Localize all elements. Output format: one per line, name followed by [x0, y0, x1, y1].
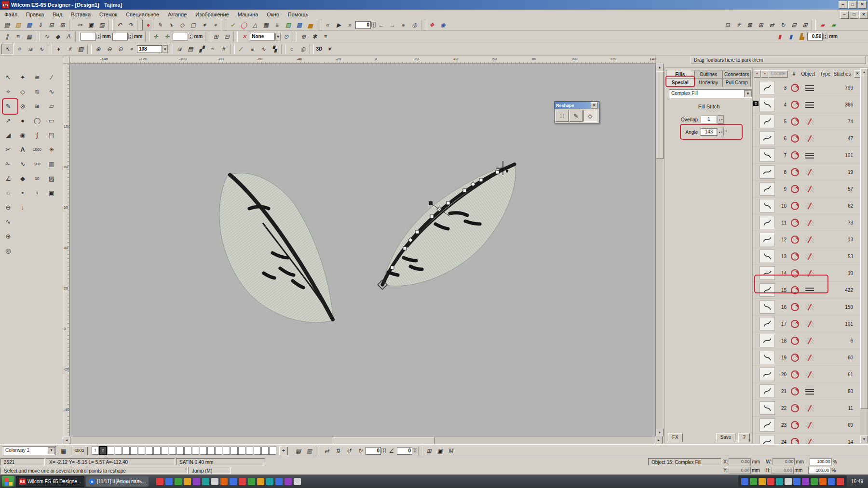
- object-row[interactable]: 18 6: [753, 332, 862, 349]
- length-field[interactable]: [81, 32, 101, 41]
- wave2-tool[interactable]: ∿: [1, 215, 15, 228]
- scale-x-field[interactable]: 100.00: [810, 458, 832, 465]
- reshape-node-button[interactable]: ✎: [570, 110, 583, 122]
- zigzag3-tool[interactable]: ≋: [30, 99, 44, 113]
- scroll-down-icon[interactable]: ▼: [860, 435, 868, 443]
- pointer-tool-icon[interactable]: ↖: [1, 44, 14, 54]
- rotate-cw-icon[interactable]: ↻: [354, 446, 366, 456]
- quick-app-5[interactable]: [193, 478, 200, 485]
- menu-item[interactable]: Помощь: [284, 11, 313, 18]
- color-chip[interactable]: [223, 447, 230, 455]
- reshape-close-icon[interactable]: ✕: [591, 102, 597, 108]
- tab-pullcomp[interactable]: Pull Comp: [722, 78, 751, 87]
- color-chip[interactable]: 2: [99, 447, 107, 455]
- target-tool[interactable]: ◎: [1, 244, 15, 257]
- horizontal-scroll-thumb[interactable]: [333, 437, 435, 445]
- zoom-out-icon[interactable]: ⊖: [104, 44, 115, 54]
- object-row[interactable]: 17 101: [753, 316, 862, 332]
- tab-connectors[interactable]: Connectors: [722, 70, 751, 79]
- arrow-right-icon[interactable]: →: [387, 20, 398, 30]
- x-field[interactable]: 0.00: [729, 458, 751, 465]
- quick-app-14[interactable]: [275, 478, 283, 485]
- mdi-minimize-button[interactable]: –: [840, 11, 849, 19]
- print-design-icon[interactable]: ▤: [293, 446, 304, 456]
- knife-tool[interactable]: ◢: [1, 128, 15, 142]
- empty-cell[interactable]: [45, 244, 58, 257]
- tray-icon-6[interactable]: [785, 478, 792, 485]
- taskbar-item-browser[interactable]: e [11/11] Щёлкни паль...: [86, 476, 149, 487]
- colorway-select[interactable]: Colorway 1: [3, 446, 56, 455]
- object-row[interactable]: 22 11: [753, 400, 862, 417]
- column-header-stitches[interactable]: Stitches: [832, 71, 853, 77]
- fill-pattern-icon[interactable]: ▚: [269, 44, 280, 54]
- preset-10[interactable]: 10: [30, 171, 44, 185]
- object-row[interactable]: 9 57: [753, 181, 862, 198]
- object-list-scrollbar[interactable]: ▲ ▼: [860, 68, 867, 443]
- grid-v-icon[interactable]: ∥: [1, 32, 13, 41]
- object-row[interactable]: 6 47: [753, 130, 862, 147]
- zigzag2-tool[interactable]: ≋: [30, 85, 44, 98]
- pattern-icon[interactable]: ▨: [75, 44, 86, 54]
- empty-cell[interactable]: [16, 229, 29, 243]
- tray-icon-10[interactable]: [819, 478, 827, 485]
- measure-icon[interactable]: ⌖: [210, 20, 221, 30]
- tray-icon-3[interactable]: [759, 478, 766, 485]
- help-button[interactable]: ?: [738, 433, 750, 442]
- object-row[interactable]: 23 69: [753, 417, 862, 434]
- arrow-tool[interactable]: ↗: [1, 114, 15, 127]
- color-chip[interactable]: [107, 447, 114, 455]
- array-icon[interactable]: ⊞: [423, 446, 434, 456]
- grid-icon[interactable]: ▦: [260, 20, 271, 30]
- mdi-close-button[interactable]: ✕: [859, 11, 868, 19]
- chart-icon[interactable]: ▅: [305, 20, 316, 30]
- vertical-scroll-thumb[interactable]: [656, 71, 664, 159]
- ring-icon[interactable]: ◎: [409, 20, 420, 30]
- quick-app-2[interactable]: [165, 478, 173, 485]
- object-row[interactable]: 8 19: [753, 164, 862, 181]
- object-row[interactable]: 10 62: [753, 198, 862, 214]
- tab-outlines[interactable]: Outlines: [694, 70, 723, 79]
- star-icon[interactable]: ✶: [199, 20, 210, 30]
- empty-cell[interactable]: [16, 244, 29, 257]
- slash-tool[interactable]: ∕: [45, 70, 58, 84]
- green-swatch-icon[interactable]: ▰: [828, 20, 839, 30]
- menu-item[interactable]: Специальное: [122, 11, 163, 18]
- stamp-icon[interactable]: ♦: [53, 44, 64, 54]
- color-chip[interactable]: [269, 447, 276, 455]
- open-icon[interactable]: ▧: [13, 20, 24, 30]
- tatami-stitch-icon[interactable]: ▤: [185, 44, 196, 54]
- object-row[interactable]: 12 13: [753, 231, 862, 248]
- object-row[interactable]: 13 53: [753, 248, 862, 265]
- dot-icon[interactable]: ●: [398, 20, 409, 30]
- object-row[interactable]: 19 60: [753, 349, 862, 366]
- confirm-icon[interactable]: ✓: [227, 20, 238, 30]
- paste-icon[interactable]: ▥: [96, 20, 108, 30]
- canvas-horizontal-scrollbar[interactable]: ◄ ►: [63, 436, 663, 444]
- reshape-toolbar[interactable]: Reshape ✕ ∷✎◇: [554, 101, 599, 123]
- scale-y-field[interactable]: 100.00: [808, 467, 830, 474]
- new-icon[interactable]: ▤: [1, 20, 13, 30]
- ring-tool[interactable]: ⊖: [1, 200, 15, 214]
- zoom-level-select[interactable]: 108: [137, 44, 168, 54]
- step-back-icon[interactable]: «: [322, 20, 333, 30]
- circle-tool[interactable]: ○: [1, 186, 15, 199]
- preset-100[interactable]: 100: [30, 157, 44, 171]
- thread-chart-icon[interactable]: ▦: [58, 446, 69, 456]
- right-wing-selected[interactable]: [378, 161, 515, 290]
- curve-icon[interactable]: ∿: [41, 32, 52, 41]
- tray-icon-7[interactable]: [793, 478, 800, 485]
- ungroup-icon[interactable]: ⊞: [800, 20, 811, 30]
- wave-tool[interactable]: ∿: [16, 157, 29, 171]
- import-icon[interactable]: ⇓: [35, 20, 46, 30]
- add-color-button[interactable]: +: [279, 447, 288, 455]
- table-icon[interactable]: ▦: [24, 32, 35, 41]
- satin-stitch-icon[interactable]: ≋: [174, 44, 185, 54]
- empty-cell[interactable]: [30, 244, 44, 257]
- tray-icon-2[interactable]: [750, 478, 757, 485]
- lettering-tool[interactable]: A: [16, 143, 29, 156]
- rect-tool[interactable]: ▭: [45, 114, 58, 127]
- tab-fills[interactable]: Fills: [666, 70, 694, 79]
- color-wheel-icon[interactable]: ◉: [437, 20, 448, 30]
- add-grid-icon[interactable]: ⊞: [210, 32, 221, 41]
- column-header-object[interactable]: Object: [798, 71, 818, 77]
